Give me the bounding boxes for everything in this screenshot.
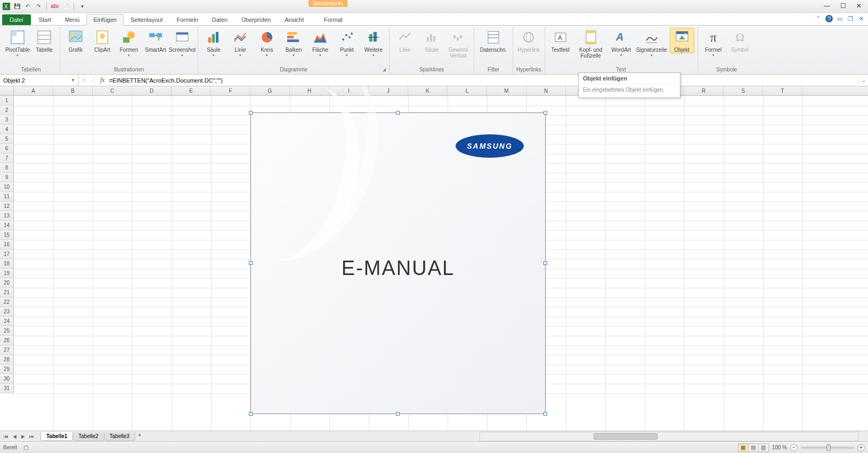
help-icon[interactable]: ? bbox=[825, 15, 833, 22]
svg-rect-47 bbox=[586, 31, 596, 33]
svg-rect-14 bbox=[157, 33, 162, 37]
flache-button[interactable]: Fläche▾ bbox=[308, 28, 332, 58]
ribbon-minimize-icon[interactable]: ˄ bbox=[815, 15, 822, 22]
svg-rect-21 bbox=[287, 32, 297, 35]
name-box-dropdown-icon[interactable]: ▼ bbox=[71, 78, 75, 83]
svg-rect-33 bbox=[427, 37, 429, 42]
maximize-button[interactable]: ☐ bbox=[836, 1, 850, 11]
accept-formula-icon[interactable]: ✓ bbox=[88, 77, 98, 84]
window-close2-icon[interactable]: ✕ bbox=[857, 15, 865, 22]
qat-custom2-icon[interactable]: 📄 bbox=[61, 2, 70, 11]
formula-expand-icon[interactable]: ⌄ bbox=[858, 77, 868, 84]
hyperlink-button[interactable]: Hyperlink bbox=[516, 28, 541, 53]
contextual-tab-header: Zeichentools bbox=[309, 0, 347, 7]
svg-rect-4 bbox=[38, 31, 51, 44]
kopffuss-button[interactable]: Kopf- und Fußzeile bbox=[575, 28, 607, 59]
name-box[interactable]: ▼ bbox=[0, 75, 79, 86]
textfeld-button[interactable]: ATextfeld bbox=[548, 28, 573, 53]
tab-menu[interactable]: Menü bbox=[58, 14, 87, 25]
svg-rect-17 bbox=[208, 37, 211, 43]
svg-point-29 bbox=[351, 33, 353, 35]
group-illustrationen: Grafik ClipArt Formen▾ SmartArt Screensh… bbox=[60, 27, 198, 74]
ribbon-tabs: Datei Start Menü Einfügen Seitenlayout F… bbox=[0, 13, 868, 26]
formula-bar: ▼ ✕ ✓ fx ⌄ bbox=[0, 75, 868, 86]
tab-start[interactable]: Start bbox=[32, 14, 58, 25]
svg-text:X: X bbox=[4, 4, 8, 10]
file-tab[interactable]: Datei bbox=[2, 14, 31, 25]
spark-gewinn-button[interactable]: Gewinn/ Verlust bbox=[446, 28, 470, 59]
formel-button[interactable]: πFormel▾ bbox=[701, 28, 726, 58]
clipart-button[interactable]: ClipArt bbox=[90, 28, 115, 53]
formula-input[interactable] bbox=[107, 77, 858, 84]
tab-daten[interactable]: Daten bbox=[205, 14, 234, 25]
symbol-button[interactable]: ΩSymbol bbox=[728, 28, 752, 53]
tab-einfugen[interactable]: Einfügen bbox=[86, 14, 123, 26]
wordart-button[interactable]: AWordArt▾ bbox=[609, 28, 634, 58]
tooltip: Objekt einfügen Ein eingebettetes Objekt… bbox=[578, 72, 680, 86]
diagramme-launcher-icon[interactable]: ◢ bbox=[383, 67, 388, 72]
window-min2-icon[interactable]: ▭ bbox=[836, 15, 843, 22]
saule-button[interactable]: Säule▾ bbox=[201, 28, 226, 58]
spark-linie-button[interactable]: Linie bbox=[393, 28, 417, 53]
close-button[interactable]: ✕ bbox=[852, 1, 866, 11]
svg-rect-39 bbox=[488, 31, 499, 43]
redo-icon[interactable]: ↷ bbox=[34, 2, 43, 11]
svg-rect-22 bbox=[287, 36, 294, 38]
punkt-button[interactable]: Punkt▾ bbox=[335, 28, 359, 58]
svg-point-28 bbox=[348, 36, 351, 38]
screenshot-button[interactable]: Screenshot▾ bbox=[170, 28, 194, 58]
group-tabellen: PivotTable▾ Tabelle Tabellen bbox=[2, 27, 60, 74]
svg-rect-11 bbox=[123, 37, 129, 43]
name-box-input[interactable] bbox=[3, 77, 56, 84]
svg-rect-35 bbox=[433, 36, 435, 42]
save-icon[interactable]: 💾 bbox=[13, 2, 21, 11]
tab-uberprufen[interactable]: Überprüfen bbox=[234, 14, 278, 25]
minimize-button[interactable]: — bbox=[820, 1, 834, 11]
svg-rect-38 bbox=[460, 35, 462, 38]
qat-custom-icon[interactable]: abc bbox=[51, 2, 59, 11]
tab-seitenlayout[interactable]: Seitenlayout bbox=[124, 14, 170, 25]
datenschn-button[interactable]: Datenschn. bbox=[477, 28, 509, 53]
quick-access-toolbar: X 💾 ↶ ↷ abc 📄 ▾ bbox=[2, 2, 86, 11]
svg-rect-36 bbox=[453, 35, 456, 38]
svg-rect-31 bbox=[374, 32, 377, 42]
svg-point-12 bbox=[127, 31, 135, 39]
kreis-button[interactable]: Kreis▾ bbox=[255, 28, 279, 58]
grafik-button[interactable]: Grafik bbox=[63, 28, 88, 53]
svg-point-8 bbox=[71, 33, 75, 36]
undo-icon[interactable]: ↶ bbox=[23, 2, 32, 11]
pivottable-button[interactable]: PivotTable▾ bbox=[5, 28, 30, 58]
cancel-formula-icon[interactable]: ✕ bbox=[79, 77, 88, 84]
qat-dropdown-icon[interactable]: ▾ bbox=[78, 2, 86, 11]
objekt-button[interactable]: Objekt bbox=[670, 28, 694, 53]
fx-icon[interactable]: fx bbox=[98, 76, 107, 84]
svg-rect-23 bbox=[287, 39, 299, 42]
window-restore-icon[interactable]: ❐ bbox=[847, 15, 854, 22]
group-diagramme: Säule▾ Linie▾ Kreis▾ Balken▾ Fläche▾ Pun… bbox=[198, 27, 390, 74]
tab-format[interactable]: Format bbox=[317, 14, 350, 25]
group-hyperlinks: Hyperlink Hyperlinks bbox=[513, 27, 545, 74]
title-bar: X 💾 ↶ ↷ abc 📄 ▾ Zeichentools — ☐ ✕ bbox=[0, 0, 868, 13]
svg-rect-34 bbox=[430, 34, 432, 42]
svg-rect-48 bbox=[586, 42, 596, 44]
smartart-button[interactable]: SmartArt bbox=[143, 28, 168, 53]
formen-button[interactable]: Formen▾ bbox=[117, 28, 141, 58]
tab-formeln[interactable]: Formeln bbox=[169, 14, 205, 25]
svg-rect-13 bbox=[149, 33, 155, 37]
weitere-button[interactable]: Weitere▾ bbox=[361, 28, 386, 58]
balken-button[interactable]: Balken▾ bbox=[281, 28, 306, 58]
svg-rect-37 bbox=[457, 37, 459, 41]
ribbon: PivotTable▾ Tabelle Tabellen Grafik Clip… bbox=[0, 26, 868, 75]
linie-button[interactable]: Linie▾ bbox=[228, 28, 253, 58]
svg-rect-3 bbox=[11, 31, 17, 36]
tabelle-button[interactable]: Tabelle bbox=[32, 28, 56, 53]
signaturzeile-button[interactable]: Signaturzeile▾ bbox=[636, 28, 668, 58]
svg-point-10 bbox=[100, 34, 105, 39]
svg-point-27 bbox=[345, 34, 347, 36]
tab-ansicht[interactable]: Ansicht bbox=[278, 14, 311, 25]
tooltip-title: Objekt einfügen bbox=[583, 75, 676, 84]
spark-saule-button[interactable]: Säule bbox=[419, 28, 444, 53]
svg-point-54 bbox=[684, 33, 686, 35]
window-controls: — ☐ ✕ bbox=[820, 1, 866, 11]
svg-text:A: A bbox=[615, 31, 623, 43]
